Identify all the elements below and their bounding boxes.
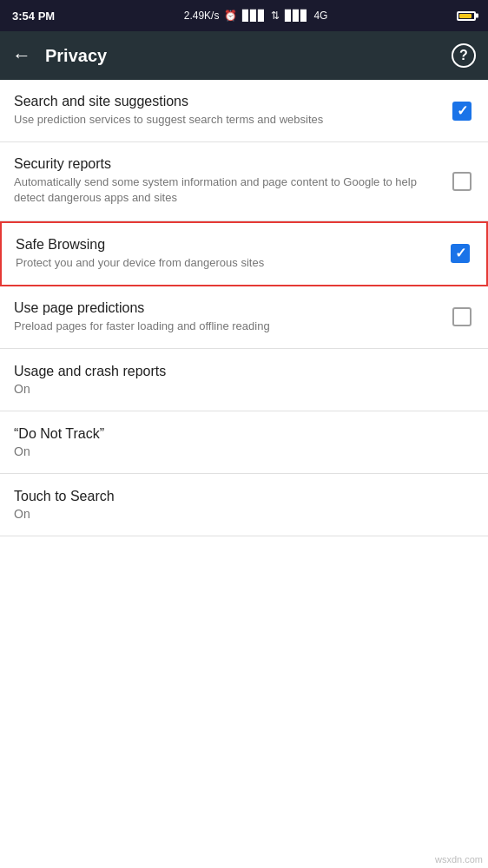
- settings-item-safe-browsing[interactable]: Safe BrowsingProtect you and your device…: [0, 221, 488, 286]
- battery-fill: [459, 14, 472, 18]
- settings-item-desc-search-suggestions: Use prediction services to suggest searc…: [14, 112, 436, 128]
- checkbox-unchecked-icon-security-reports: [452, 172, 472, 191]
- settings-item-do-not-track[interactable]: “Do Not Track”On: [0, 411, 488, 474]
- settings-item-title-search-suggestions: Search and site suggestions: [14, 94, 436, 109]
- time-display: 3:54 PM: [12, 10, 55, 23]
- settings-item-title-touch-to-search: Touch to Search: [14, 489, 460, 504]
- settings-item-title-usage-crash-reports: Usage and crash reports: [14, 364, 460, 379]
- checkbox-checked-icon-search-suggestions: [452, 102, 472, 121]
- settings-item-title-security-reports: Security reports: [14, 156, 436, 172]
- settings-item-desc-security-reports: Automatically send some system informati…: [14, 174, 436, 206]
- settings-item-status-do-not-track: On: [14, 444, 460, 458]
- settings-item-title-safe-browsing: Safe Browsing: [16, 237, 434, 253]
- back-button[interactable]: ←: [12, 44, 31, 67]
- network-type: 4G: [313, 10, 327, 22]
- settings-item-desc-page-predictions: Preload pages for faster loading and off…: [14, 319, 436, 334]
- settings-item-title-do-not-track: “Do Not Track”: [14, 426, 460, 442]
- checkbox-search-suggestions[interactable]: [450, 99, 474, 123]
- page-title: Privacy: [45, 46, 438, 66]
- settings-item-status-touch-to-search: On: [14, 507, 460, 521]
- settings-item-status-usage-crash-reports: On: [14, 382, 460, 396]
- settings-item-text-safe-browsing: Safe BrowsingProtect you and your device…: [16, 237, 448, 271]
- toolbar: ← Privacy ?: [0, 31, 488, 80]
- settings-item-search-suggestions[interactable]: Search and site suggestionsUse predictio…: [0, 80, 488, 142]
- settings-item-text-search-suggestions: Search and site suggestionsUse predictio…: [14, 94, 450, 128]
- signal-icon-2: ▊▊▊: [285, 10, 308, 22]
- signal-icon: ▊▊▊: [242, 10, 266, 22]
- settings-item-title-page-predictions: Use page predictions: [14, 300, 436, 316]
- status-bar: 3:54 PM 2.49K/s ⏰ ▊▊▊ ⇅ ▊▊▊ 4G: [0, 0, 488, 31]
- status-right: [457, 11, 476, 21]
- settings-item-touch-to-search[interactable]: Touch to SearchOn: [0, 474, 488, 536]
- network-speed: 2.49K/s: [184, 10, 220, 22]
- checkbox-checked-icon-safe-browsing: [451, 244, 470, 263]
- settings-item-text-usage-crash-reports: Usage and crash reportsOn: [14, 364, 474, 396]
- help-button[interactable]: ?: [452, 43, 476, 68]
- settings-item-text-security-reports: Security reportsAutomatically send some …: [14, 156, 450, 206]
- settings-item-desc-safe-browsing: Protect you and your device from dangero…: [16, 255, 434, 271]
- status-center: 2.49K/s ⏰ ▊▊▊ ⇅ ▊▊▊ 4G: [184, 10, 328, 22]
- watermark-text: wsxdn.com: [435, 854, 483, 865]
- settings-item-security-reports[interactable]: Security reportsAutomatically send some …: [0, 142, 488, 220]
- checkbox-safe-browsing[interactable]: [448, 241, 472, 266]
- checkbox-unchecked-icon-page-predictions: [452, 307, 472, 326]
- settings-item-text-page-predictions: Use page predictionsPreload pages for fa…: [14, 300, 450, 334]
- settings-item-text-touch-to-search: Touch to SearchOn: [14, 489, 474, 521]
- checkbox-security-reports[interactable]: [450, 169, 474, 194]
- data-transfer-icon: ⇅: [271, 10, 280, 22]
- settings-item-text-do-not-track: “Do Not Track”On: [14, 426, 474, 458]
- battery-icon: [457, 11, 476, 21]
- checkbox-page-predictions[interactable]: [450, 305, 474, 329]
- alarm-icon: ⏰: [224, 10, 237, 22]
- settings-list: Search and site suggestionsUse predictio…: [0, 80, 488, 536]
- settings-item-page-predictions[interactable]: Use page predictionsPreload pages for fa…: [0, 286, 488, 349]
- settings-item-usage-crash-reports[interactable]: Usage and crash reportsOn: [0, 349, 488, 411]
